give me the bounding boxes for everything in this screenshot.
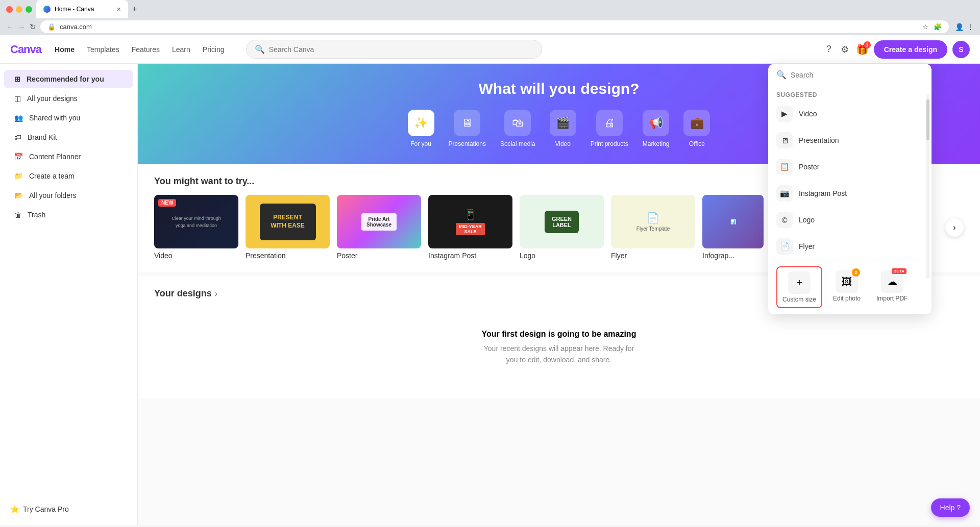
brand-icon: 🏷 bbox=[14, 133, 21, 141]
browser-chrome: Home - Canva ✕ + bbox=[0, 0, 980, 18]
video-label: Video bbox=[555, 140, 570, 147]
tab-favicon bbox=[43, 6, 51, 13]
all-folders-label: All your folders bbox=[29, 191, 77, 199]
card-logo[interactable]: GREENLABEL Logo bbox=[520, 195, 604, 260]
sidebar-item-all-folders[interactable]: 📂 All your folders bbox=[4, 186, 133, 205]
forward-btn[interactable]: → bbox=[18, 22, 26, 31]
card-instagram[interactable]: 📱 MID-YEARSALE Instagram Post bbox=[428, 195, 512, 260]
dropdown-search-icon: 🔍 bbox=[776, 70, 787, 80]
card-presentation[interactable]: PRESENTWITH EASE Presentation bbox=[246, 195, 330, 260]
settings-icon-btn[interactable]: ⚙ bbox=[839, 42, 851, 57]
logo-item-icon: © bbox=[776, 212, 793, 228]
sidebar-item-recommended[interactable]: ⊞ Recommended for you bbox=[4, 70, 133, 88]
dropdown-suggested-label: Suggested bbox=[768, 86, 932, 101]
dropdown-item-video[interactable]: ▶ Video bbox=[768, 101, 932, 127]
sidebar-item-brand[interactable]: 🏷 Brand Kit bbox=[4, 128, 133, 146]
help-button[interactable]: Help ? bbox=[931, 498, 970, 517]
recommended-icon: ⊞ bbox=[14, 75, 20, 83]
edit-photo-label: Edit photo bbox=[833, 295, 861, 302]
card-poster-label: Poster bbox=[337, 252, 421, 260]
all-designs-icon: ◫ bbox=[14, 94, 21, 103]
recommended-label: Recommended for you bbox=[27, 75, 104, 83]
dropdown-item-instagram[interactable]: 📷 Instagram Post bbox=[768, 180, 932, 207]
bookmark-icon[interactable]: ☆ bbox=[922, 23, 928, 31]
nav-home[interactable]: Home bbox=[50, 42, 80, 57]
brand-label: Brand Kit bbox=[28, 133, 57, 141]
help-icon-btn[interactable]: ? bbox=[824, 42, 834, 57]
search-input[interactable] bbox=[269, 45, 533, 54]
designs-empty-title: Your first design is going to be amazing bbox=[164, 330, 953, 339]
top-nav: Canva Home Templates Features Learn Pric… bbox=[0, 35, 980, 64]
browser-tab[interactable]: Home - Canva ✕ bbox=[36, 0, 128, 18]
try-pro-section[interactable]: ⭐ Try Canva Pro bbox=[0, 499, 137, 519]
content-planner-label: Content Planner bbox=[29, 153, 81, 161]
card-video-label: Video bbox=[154, 252, 238, 260]
create-dropdown: 🔍 Suggested ▶ Video 🖥 Presentation 📋 Pos… bbox=[768, 64, 932, 314]
hero-icon-print[interactable]: 🖨 Print products bbox=[591, 110, 628, 147]
hero-icon-video[interactable]: 🎬 Video bbox=[550, 110, 576, 147]
sidebar-item-create-team[interactable]: 📁 Create a team bbox=[4, 167, 133, 185]
hero-icon-for-you[interactable]: ✨ For you bbox=[408, 110, 434, 147]
cards-next-arrow[interactable]: › bbox=[945, 218, 964, 237]
nav-pricing[interactable]: Pricing bbox=[198, 42, 230, 57]
hero-icon-marketing[interactable]: 📢 Marketing bbox=[643, 110, 670, 147]
dropdown-item-logo[interactable]: © Logo bbox=[768, 207, 932, 233]
hero-icon-presentations[interactable]: 🖥 Presentations bbox=[449, 110, 486, 147]
video-icon: 🎬 bbox=[556, 116, 570, 130]
card-flyer[interactable]: 📄 Flyer Template Flyer bbox=[611, 195, 695, 260]
sidebar-item-trash[interactable]: 🗑 Trash bbox=[4, 206, 133, 224]
maximize-btn[interactable] bbox=[26, 6, 32, 13]
dropdown-item-presentation[interactable]: 🖥 Presentation bbox=[768, 127, 932, 154]
menu-icon[interactable]: ⋮ bbox=[967, 23, 974, 31]
designs-title: Your designs bbox=[154, 288, 212, 299]
create-team-icon: 📁 bbox=[14, 172, 23, 180]
nav-templates[interactable]: Templates bbox=[82, 42, 125, 57]
card-video[interactable]: NEW Clear your mind through yoga and med… bbox=[154, 195, 238, 260]
dropdown-import-pdf[interactable]: ☁ BETA Import PDF bbox=[871, 266, 913, 308]
dropdown-scrollbar bbox=[926, 94, 929, 279]
beta-badge: BETA bbox=[892, 268, 906, 274]
sidebar-item-content-planner[interactable]: 📅 Content Planner bbox=[4, 147, 133, 166]
profile-icon[interactable]: 👤 bbox=[955, 23, 964, 31]
star-icon: ⭐ bbox=[10, 505, 19, 513]
designs-arrow-icon[interactable]: › bbox=[215, 289, 217, 298]
social-label: Social media bbox=[500, 140, 535, 147]
nav-learn[interactable]: Learn bbox=[167, 42, 195, 57]
designs-empty-desc: Your recent designs will appear here. Re… bbox=[482, 343, 635, 366]
sidebar-item-all-designs[interactable]: ◫ All your designs bbox=[4, 89, 133, 108]
avatar[interactable]: S bbox=[952, 41, 970, 58]
tab-close-icon[interactable]: ✕ bbox=[116, 6, 121, 13]
content-planner-icon: 📅 bbox=[14, 153, 23, 161]
dropdown-search-row: 🔍 bbox=[768, 64, 932, 86]
shared-icon: 👥 bbox=[14, 114, 23, 122]
all-designs-label: All your designs bbox=[27, 94, 78, 103]
marketing-label: Marketing bbox=[643, 140, 670, 147]
hero-icon-office[interactable]: 💼 Office bbox=[683, 110, 710, 147]
sidebar-item-shared[interactable]: 👥 Shared with you bbox=[4, 109, 133, 127]
hero-icon-social[interactable]: 🛍 Social media bbox=[500, 110, 535, 147]
dropdown-edit-photo[interactable]: 🖼 2 Edit photo bbox=[826, 266, 867, 308]
designs-empty-state: Your first design is going to be amazing… bbox=[154, 309, 964, 386]
new-tab-btn[interactable]: + bbox=[132, 5, 137, 14]
dropdown-custom-size[interactable]: + Custom size bbox=[776, 266, 822, 308]
back-btn[interactable]: ← bbox=[6, 22, 14, 31]
custom-size-icon: + bbox=[788, 271, 811, 294]
dropdown-search-input[interactable] bbox=[791, 71, 923, 79]
card-poster[interactable]: Pride Art Showcase Poster bbox=[337, 195, 421, 260]
address-bar[interactable]: 🔒 canva.com ☆ 🧩 bbox=[40, 20, 949, 33]
search-bar[interactable]: 🔍 bbox=[246, 40, 542, 59]
card-infographic[interactable]: 📊 Infograp... bbox=[702, 195, 764, 260]
gifts-btn[interactable]: 🎁 1 bbox=[856, 43, 869, 56]
create-team-label: Create a team bbox=[29, 172, 75, 180]
minimize-btn[interactable] bbox=[16, 6, 22, 13]
dropdown-item-poster[interactable]: 📋 Poster bbox=[768, 154, 932, 180]
create-design-btn[interactable]: Create a design bbox=[874, 40, 947, 59]
nav-features[interactable]: Features bbox=[127, 42, 165, 57]
close-btn[interactable] bbox=[6, 6, 13, 13]
dropdown-item-flyer[interactable]: 📄 Flyer bbox=[768, 233, 932, 260]
logo[interactable]: Canva bbox=[10, 43, 41, 56]
card-flyer-label: Flyer bbox=[611, 252, 695, 260]
refresh-btn[interactable]: ↻ bbox=[30, 22, 36, 32]
app: Canva Home Templates Features Learn Pric… bbox=[0, 35, 980, 525]
extensions-icon[interactable]: 🧩 bbox=[934, 23, 942, 31]
